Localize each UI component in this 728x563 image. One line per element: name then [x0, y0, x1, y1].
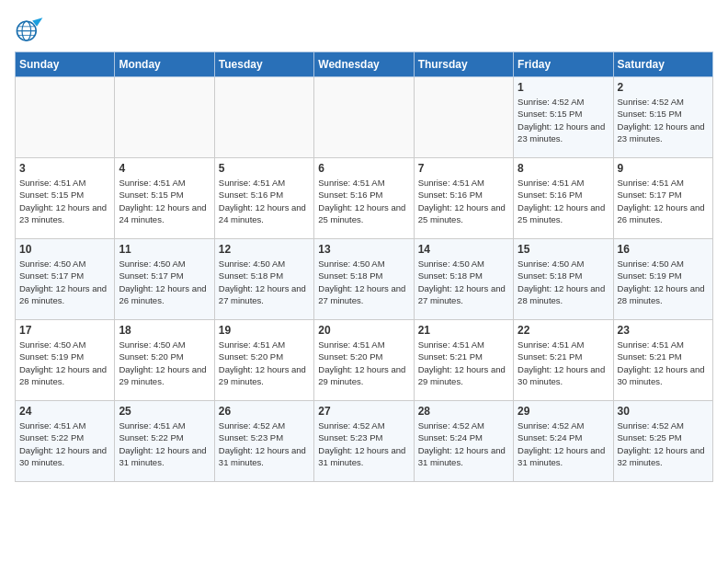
day-number: 20: [318, 324, 409, 337]
calendar-cell: 26Sunrise: 4:52 AM Sunset: 5:23 PM Dayli…: [214, 401, 313, 482]
day-detail: Sunrise: 4:50 AM Sunset: 5:17 PM Dayligh…: [119, 258, 210, 306]
day-number: 10: [19, 243, 110, 256]
column-header-wednesday: Wednesday: [314, 52, 414, 77]
logo-icon: [15, 15, 44, 44]
day-detail: Sunrise: 4:51 AM Sunset: 5:20 PM Dayligh…: [318, 339, 409, 387]
day-detail: Sunrise: 4:51 AM Sunset: 5:21 PM Dayligh…: [518, 339, 609, 387]
calendar-week-3: 10Sunrise: 4:50 AM Sunset: 5:17 PM Dayli…: [16, 239, 713, 320]
calendar-cell: 23Sunrise: 4:51 AM Sunset: 5:21 PM Dayli…: [613, 320, 712, 401]
calendar-week-2: 3Sunrise: 4:51 AM Sunset: 5:15 PM Daylig…: [16, 158, 713, 239]
day-number: 2: [618, 81, 709, 94]
column-header-monday: Monday: [115, 52, 214, 77]
day-detail: Sunrise: 4:52 AM Sunset: 5:23 PM Dayligh…: [318, 419, 409, 468]
day-detail: Sunrise: 4:52 AM Sunset: 5:15 PM Dayligh…: [518, 96, 609, 144]
calendar-week-5: 24Sunrise: 4:51 AM Sunset: 5:22 PM Dayli…: [16, 401, 713, 482]
day-detail: Sunrise: 4:51 AM Sunset: 5:15 PM Dayligh…: [19, 177, 110, 225]
calendar-cell: 24Sunrise: 4:51 AM Sunset: 5:22 PM Dayli…: [16, 401, 115, 482]
calendar-cell: 19Sunrise: 4:51 AM Sunset: 5:20 PM Dayli…: [214, 320, 313, 401]
day-number: 3: [19, 162, 110, 175]
calendar-cell: 6Sunrise: 4:51 AM Sunset: 5:16 PM Daylig…: [314, 158, 414, 239]
calendar-cell: 12Sunrise: 4:50 AM Sunset: 5:18 PM Dayli…: [214, 239, 313, 320]
calendar-cell: 22Sunrise: 4:51 AM Sunset: 5:21 PM Dayli…: [514, 320, 613, 401]
calendar-cell: 8Sunrise: 4:51 AM Sunset: 5:16 PM Daylig…: [514, 158, 613, 239]
day-detail: Sunrise: 4:50 AM Sunset: 5:18 PM Dayligh…: [318, 258, 409, 306]
calendar-cell: 27Sunrise: 4:52 AM Sunset: 5:23 PM Dayli…: [314, 401, 414, 482]
calendar-cell: [16, 77, 115, 158]
day-detail: Sunrise: 4:52 AM Sunset: 5:15 PM Dayligh…: [618, 96, 709, 144]
day-detail: Sunrise: 4:50 AM Sunset: 5:18 PM Dayligh…: [219, 258, 310, 306]
day-detail: Sunrise: 4:50 AM Sunset: 5:18 PM Dayligh…: [518, 258, 609, 306]
calendar-cell: 9Sunrise: 4:51 AM Sunset: 5:17 PM Daylig…: [613, 158, 712, 239]
day-number: 5: [219, 162, 310, 175]
day-detail: Sunrise: 4:50 AM Sunset: 5:17 PM Dayligh…: [19, 258, 110, 306]
day-detail: Sunrise: 4:50 AM Sunset: 5:19 PM Dayligh…: [19, 339, 110, 387]
day-detail: Sunrise: 4:51 AM Sunset: 5:16 PM Dayligh…: [318, 177, 409, 225]
calendar-cell: 28Sunrise: 4:52 AM Sunset: 5:24 PM Dayli…: [414, 401, 513, 482]
day-detail: Sunrise: 4:51 AM Sunset: 5:17 PM Dayligh…: [618, 177, 709, 225]
day-number: 14: [418, 243, 509, 256]
day-number: 23: [618, 324, 709, 337]
calendar-week-4: 17Sunrise: 4:50 AM Sunset: 5:19 PM Dayli…: [16, 320, 713, 401]
calendar-cell: 10Sunrise: 4:50 AM Sunset: 5:17 PM Dayli…: [16, 239, 115, 320]
logo: [15, 15, 48, 44]
day-detail: Sunrise: 4:51 AM Sunset: 5:21 PM Dayligh…: [618, 339, 709, 387]
day-number: 8: [518, 162, 609, 175]
day-detail: Sunrise: 4:51 AM Sunset: 5:16 PM Dayligh…: [219, 177, 310, 225]
calendar-cell: 16Sunrise: 4:50 AM Sunset: 5:19 PM Dayli…: [613, 239, 712, 320]
calendar-cell: 3Sunrise: 4:51 AM Sunset: 5:15 PM Daylig…: [16, 158, 115, 239]
day-number: 18: [119, 324, 210, 337]
calendar-cell: 29Sunrise: 4:52 AM Sunset: 5:24 PM Dayli…: [514, 401, 613, 482]
calendar-cell: 7Sunrise: 4:51 AM Sunset: 5:16 PM Daylig…: [414, 158, 513, 239]
calendar-cell: 4Sunrise: 4:51 AM Sunset: 5:15 PM Daylig…: [115, 158, 214, 239]
day-detail: Sunrise: 4:50 AM Sunset: 5:18 PM Dayligh…: [418, 258, 509, 306]
calendar-cell: [214, 77, 313, 158]
calendar-cell: 15Sunrise: 4:50 AM Sunset: 5:18 PM Dayli…: [514, 239, 613, 320]
calendar-table: SundayMondayTuesdayWednesdayThursdayFrid…: [15, 52, 713, 482]
calendar-cell: [115, 77, 214, 158]
day-detail: Sunrise: 4:50 AM Sunset: 5:20 PM Dayligh…: [119, 339, 210, 387]
day-number: 6: [318, 162, 409, 175]
calendar-cell: 21Sunrise: 4:51 AM Sunset: 5:21 PM Dayli…: [414, 320, 513, 401]
day-number: 9: [618, 162, 709, 175]
day-number: 19: [219, 324, 310, 337]
day-number: 29: [518, 405, 609, 418]
day-number: 21: [418, 324, 509, 337]
calendar-cell: 17Sunrise: 4:50 AM Sunset: 5:19 PM Dayli…: [16, 320, 115, 401]
day-detail: Sunrise: 4:52 AM Sunset: 5:23 PM Dayligh…: [219, 419, 310, 468]
day-detail: Sunrise: 4:52 AM Sunset: 5:24 PM Dayligh…: [418, 419, 509, 468]
day-number: 28: [418, 405, 509, 418]
column-header-saturday: Saturday: [613, 52, 712, 77]
calendar-cell: 13Sunrise: 4:50 AM Sunset: 5:18 PM Dayli…: [314, 239, 414, 320]
column-header-friday: Friday: [514, 52, 613, 77]
day-detail: Sunrise: 4:51 AM Sunset: 5:22 PM Dayligh…: [119, 419, 210, 468]
day-number: 25: [119, 405, 210, 418]
day-number: 16: [618, 243, 709, 256]
calendar-cell: 14Sunrise: 4:50 AM Sunset: 5:18 PM Dayli…: [414, 239, 513, 320]
day-detail: Sunrise: 4:51 AM Sunset: 5:21 PM Dayligh…: [418, 339, 509, 387]
day-number: 22: [518, 324, 609, 337]
day-number: 4: [119, 162, 210, 175]
day-number: 24: [19, 405, 110, 418]
calendar-cell: 20Sunrise: 4:51 AM Sunset: 5:20 PM Dayli…: [314, 320, 414, 401]
calendar-cell: [414, 77, 513, 158]
day-number: 30: [618, 405, 709, 418]
calendar-cell: 18Sunrise: 4:50 AM Sunset: 5:20 PM Dayli…: [115, 320, 214, 401]
day-number: 12: [219, 243, 310, 256]
day-number: 17: [19, 324, 110, 337]
column-header-sunday: Sunday: [16, 52, 115, 77]
calendar-cell: 1Sunrise: 4:52 AM Sunset: 5:15 PM Daylig…: [514, 77, 613, 158]
calendar-cell: [314, 77, 414, 158]
day-number: 26: [219, 405, 310, 418]
column-header-tuesday: Tuesday: [214, 52, 313, 77]
day-number: 1: [518, 81, 609, 94]
calendar-cell: 11Sunrise: 4:50 AM Sunset: 5:17 PM Dayli…: [115, 239, 214, 320]
column-header-thursday: Thursday: [414, 52, 513, 77]
page-header: [15, 15, 713, 44]
day-detail: Sunrise: 4:51 AM Sunset: 5:22 PM Dayligh…: [19, 419, 110, 468]
day-number: 13: [318, 243, 409, 256]
day-detail: Sunrise: 4:51 AM Sunset: 5:20 PM Dayligh…: [219, 339, 310, 387]
calendar-cell: 25Sunrise: 4:51 AM Sunset: 5:22 PM Dayli…: [115, 401, 214, 482]
calendar-cell: 2Sunrise: 4:52 AM Sunset: 5:15 PM Daylig…: [613, 77, 712, 158]
day-detail: Sunrise: 4:51 AM Sunset: 5:16 PM Dayligh…: [418, 177, 509, 225]
calendar-week-1: 1Sunrise: 4:52 AM Sunset: 5:15 PM Daylig…: [16, 77, 713, 158]
